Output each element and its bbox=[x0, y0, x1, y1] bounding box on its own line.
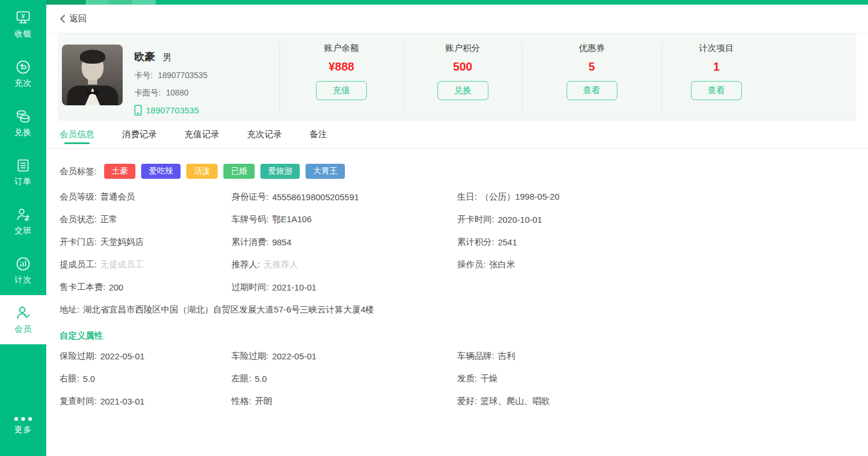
stat-coupons: 优惠券 5 查看 bbox=[522, 34, 661, 120]
member-tag: 大胃王 bbox=[306, 164, 345, 179]
card-number: 18907703535 bbox=[158, 71, 208, 80]
phone-number: 18907703535 bbox=[146, 105, 199, 115]
custom-attributes-title: 自定义属性 bbox=[60, 330, 855, 341]
field-operator: 操作员:张白米 bbox=[457, 253, 855, 276]
card-face-number: 10880 bbox=[166, 88, 189, 97]
sidebar-item-label: 收银 bbox=[14, 29, 32, 39]
coupons-value: 5 bbox=[589, 60, 595, 73]
cash-register-icon: ¥ bbox=[15, 10, 31, 26]
svg-text:¥: ¥ bbox=[21, 13, 25, 20]
card-face-line: 卡面号: 10880 bbox=[134, 88, 207, 98]
field-car-brand: 车辆品牌:吉利 bbox=[457, 345, 855, 367]
points-value: 500 bbox=[453, 60, 472, 73]
view-count-items-button[interactable]: 查看 bbox=[691, 81, 742, 100]
recharge-times-icon bbox=[15, 59, 31, 75]
page-header: 返回 bbox=[46, 5, 868, 34]
field-open-card-store: 开卡门店:天堂妈妈店 bbox=[60, 231, 231, 253]
strip-segment bbox=[156, 0, 868, 5]
sidebar-item-label: 订单 bbox=[14, 176, 32, 187]
count-icon bbox=[15, 256, 31, 272]
tab-recharge-records[interactable]: 充值记录 bbox=[185, 120, 219, 148]
phone-line: 18907703535 bbox=[134, 105, 207, 116]
member-icon bbox=[15, 305, 31, 321]
strip-segment bbox=[132, 0, 156, 5]
strip-segment bbox=[86, 0, 108, 5]
custom-fields-grid: 保险过期:2022-05-01 车险过期:2022-05-01 车辆品牌:吉利 … bbox=[60, 345, 855, 413]
tab-member-info[interactable]: 会员信息 bbox=[60, 120, 94, 148]
field-open-card-time: 开卡时间:2020-10-01 bbox=[457, 208, 855, 231]
field-commission-staff: 提成员工:无提成员工 bbox=[60, 253, 231, 276]
field-card-fee: 售卡工本费:200 bbox=[60, 276, 231, 299]
sidebar-item-label: 交班 bbox=[14, 226, 32, 236]
sidebar-item-recharge-times[interactable]: 充次 bbox=[0, 49, 46, 98]
field-address: 地址:湖北省宜昌市西陵区中国（湖北）自贸区发展大道57-6号三峡云计算大厦4楼 bbox=[60, 299, 855, 321]
member-name: 欧豪 bbox=[134, 50, 155, 64]
field-member-level: 会员等级:普通会员 bbox=[60, 186, 231, 208]
tab-recharge-times-records[interactable]: 充次记录 bbox=[247, 120, 282, 148]
field-personality: 性格:开朗 bbox=[231, 390, 457, 413]
member-tag: 爱旅游 bbox=[260, 164, 300, 179]
member-fields-grid: 会员等级:普通会员 身份证号:455586198005205591 生日:（公历… bbox=[60, 186, 855, 321]
member-info-panel: 会员标签: 土豪 爱吃辣 活泼 已婚 爱旅游 大胃王 会员等级:普通会员 身份证… bbox=[46, 149, 868, 413]
balance-value: ¥888 bbox=[329, 60, 355, 73]
sidebar-item-label: 充次 bbox=[14, 78, 32, 89]
sidebar-item-count[interactable]: 计次 bbox=[0, 246, 46, 295]
field-hobbies: 爱好:篮球、爬山、唱歌 bbox=[457, 390, 855, 413]
member-tag: 活泼 bbox=[186, 164, 218, 179]
sidebar-item-orders[interactable]: 订单 bbox=[0, 148, 46, 197]
field-expire-time: 过期时间:2021-10-01 bbox=[231, 276, 457, 299]
orders-icon bbox=[15, 157, 31, 174]
sidebar-item-more[interactable]: 更多 bbox=[0, 405, 46, 446]
sidebar-item-label: 更多 bbox=[14, 425, 32, 435]
card-number-line: 卡号: 18907703535 bbox=[134, 71, 207, 81]
top-tab-strip bbox=[46, 0, 868, 5]
field-car-insurance-expire: 车险过期:2022-05-01 bbox=[231, 345, 457, 367]
sidebar-item-exchange[interactable]: 兑换 bbox=[0, 98, 46, 148]
strip-segment bbox=[46, 0, 86, 5]
member-tag: 已婚 bbox=[223, 164, 255, 179]
app-window: ¥ 收银 充次 bbox=[0, 0, 868, 456]
shift-icon bbox=[15, 207, 31, 223]
tab-consume-records[interactable]: 消费记录 bbox=[122, 120, 157, 148]
member-tags-row: 会员标签: 土豪 爱吃辣 活泼 已婚 爱旅游 大胃王 bbox=[60, 164, 855, 179]
field-insurance-expire: 保险过期:2022-05-01 bbox=[60, 345, 231, 367]
tags-label: 会员标签: bbox=[60, 166, 97, 177]
member-summary-card: 欧豪 男 卡号: 18907703535 卡面号: 10880 bbox=[58, 34, 856, 120]
sidebar-item-label: 计次 bbox=[14, 275, 32, 285]
recharge-button[interactable]: 充值 bbox=[316, 81, 367, 100]
stat-balance: 账户余额 ¥888 充值 bbox=[279, 34, 403, 120]
back-button[interactable]: 返回 bbox=[60, 13, 87, 24]
profile-block: 欧豪 男 卡号: 18907703535 卡面号: 10880 bbox=[58, 34, 279, 120]
sidebar-item-member[interactable]: 会员 bbox=[0, 295, 46, 344]
field-total-consume: 累计消费:9854 bbox=[231, 231, 457, 253]
field-referrer: 推荐人:无推荐人 bbox=[231, 253, 457, 276]
field-right-eye: 右眼:5.0 bbox=[60, 367, 231, 390]
field-review-time: 复查时间:2021-03-01 bbox=[60, 390, 231, 413]
field-plate-number: 车牌号码:鄂E1A106 bbox=[231, 208, 457, 231]
member-gender: 男 bbox=[163, 52, 171, 62]
field-member-status: 会员状态:正常 bbox=[60, 208, 231, 231]
detail-tabs: 会员信息 消费记录 充值记录 充次记录 备注 bbox=[46, 120, 868, 149]
chevron-left-icon bbox=[60, 14, 65, 23]
view-coupons-button[interactable]: 查看 bbox=[567, 81, 617, 100]
stat-points: 账户积分 500 兑换 bbox=[403, 34, 522, 120]
grid-spacer bbox=[457, 276, 855, 299]
sidebar-item-label: 兑换 bbox=[14, 127, 32, 138]
tab-notes[interactable]: 备注 bbox=[310, 120, 327, 148]
exchange-icon bbox=[15, 108, 31, 124]
exchange-points-button[interactable]: 兑换 bbox=[437, 81, 488, 100]
count-items-value: 1 bbox=[713, 60, 719, 73]
profile-info: 欧豪 男 卡号: 18907703535 卡面号: 10880 bbox=[123, 45, 207, 120]
field-left-eye: 左眼:5.0 bbox=[231, 367, 457, 390]
sidebar-item-cashier[interactable]: ¥ 收银 bbox=[0, 0, 46, 49]
more-dots-icon bbox=[13, 416, 34, 422]
phone-icon bbox=[134, 105, 142, 116]
field-birthday: 生日:（公历）1998-05-20 bbox=[457, 186, 855, 208]
sidebar-item-shift[interactable]: 交班 bbox=[0, 197, 46, 246]
sidebar-item-label: 会员 bbox=[14, 324, 32, 334]
sidebar: ¥ 收银 充次 bbox=[0, 0, 46, 456]
stat-count-items: 计次项目 1 查看 bbox=[661, 34, 771, 120]
back-label: 返回 bbox=[69, 13, 87, 24]
member-tag: 土豪 bbox=[104, 164, 135, 179]
avatar bbox=[62, 45, 123, 105]
